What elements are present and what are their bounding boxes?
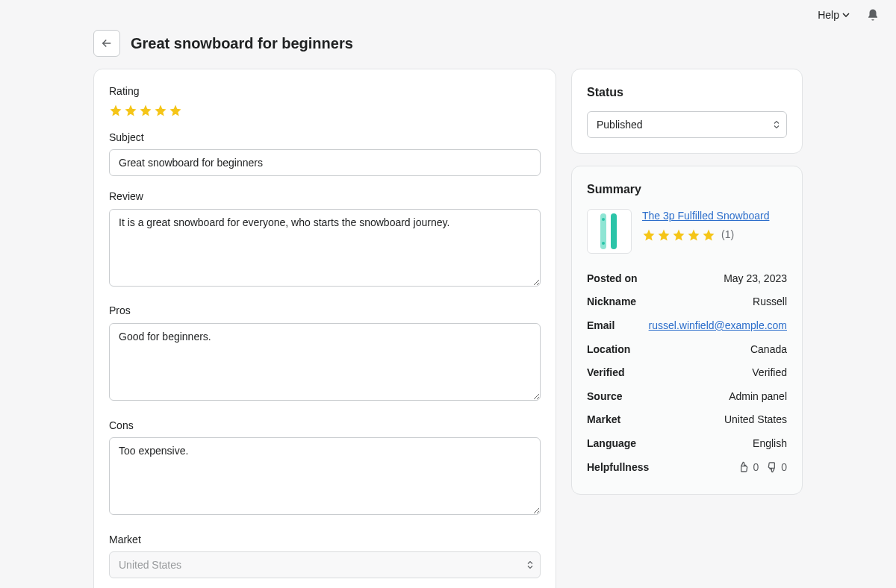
summary-rating-stars [642,228,715,242]
email-link[interactable]: russel.winfield@example.com [649,319,787,334]
status-heading: Status [587,84,787,101]
product-thumbnail [587,209,632,254]
help-menu-button[interactable]: Help [818,9,850,21]
thumbs-down-icon [766,461,778,473]
star-icon [672,228,685,242]
summary-row-email: Email russel.winfield@example.com [587,314,787,338]
product-link[interactable]: The 3p Fulfilled Snowboard [642,210,769,222]
star-icon [687,228,700,242]
market-label: Market [109,533,541,548]
status-card: Status Published [571,69,803,154]
help-label: Help [818,9,839,21]
rating-label: Rating [109,84,541,99]
star-icon [642,228,656,242]
svg-point-3 [602,242,605,245]
subject-label: Subject [109,131,541,146]
star-icon [139,104,152,117]
star-icon [169,104,182,117]
thumbs-up-icon [738,461,750,473]
pros-textarea[interactable]: Good for beginners. [109,323,541,401]
summary-row-nickname: Nickname Russell [587,290,787,314]
back-button[interactable] [93,30,120,57]
review-edit-card: Rating Subject Review It is a grea [93,69,556,588]
star-icon [657,228,671,242]
summary-heading: Summary [587,181,787,198]
downvote-count: 0 [766,460,787,475]
star-icon [702,228,715,242]
notifications-button[interactable] [866,8,880,22]
arrow-left-icon [100,37,113,50]
summary-row-market: Market United States [587,408,787,432]
review-textarea[interactable]: It is a great snowboard for everyone, wh… [109,209,541,287]
summary-row-source: Source Admin panel [587,385,787,409]
svg-rect-1 [611,213,617,249]
summary-row-language: Language English [587,432,787,456]
bell-icon [866,8,880,22]
star-icon [124,104,137,117]
cons-label: Cons [109,419,541,434]
rating-input[interactable] [109,104,541,117]
subject-input[interactable] [109,149,541,176]
star-icon [154,104,167,117]
summary-row-verified: Verified Verified [587,361,787,385]
cons-textarea[interactable]: Too expensive. [109,437,541,515]
snowboard-icon [594,212,624,251]
summary-row-location: Location Canada [587,338,787,362]
status-select[interactable]: Published [587,111,787,138]
star-icon [109,104,122,117]
summary-card: Summary The 3p Fulfilled Snowboard [571,166,803,495]
summary-row-posted-on: Posted on May 23, 2023 [587,267,787,291]
market-select: United States [109,551,541,578]
review-label: Review [109,190,541,204]
summary-row-helpfulness: Helpfullness 0 0 [587,456,787,480]
page-title: Great snowboard for beginners [131,33,353,54]
rating-count: (1) [721,228,734,243]
upvote-count: 0 [738,460,759,475]
caret-down-icon [842,13,850,17]
svg-point-2 [602,218,605,221]
pros-label: Pros [109,304,541,319]
